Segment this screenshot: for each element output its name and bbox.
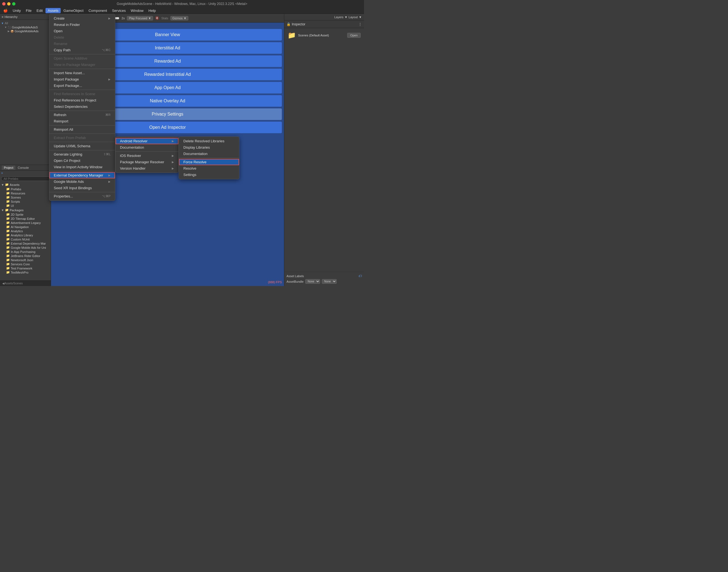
menu-gameobject[interactable]: GameObject bbox=[61, 8, 86, 13]
lock-icon[interactable]: 🔒 bbox=[287, 22, 291, 26]
ctx-export-package[interactable]: Export Package... bbox=[49, 82, 115, 89]
menu-unity[interactable]: Unity bbox=[10, 8, 23, 13]
proj-resources[interactable]: 📁 Resources bbox=[0, 191, 51, 195]
open-asset-button[interactable]: Open bbox=[347, 33, 361, 38]
play-focused-dropdown[interactable]: Play Focused ▼ bbox=[127, 16, 153, 20]
ctx-delete-resolved-libs[interactable]: Delete Resolved Libraries bbox=[179, 138, 239, 144]
pkg-advertisement[interactable]: 📁 Advertisement Legacy bbox=[0, 221, 51, 225]
ctx-pkg-mgr-resolver[interactable]: Package Manager Resolver ▶ bbox=[116, 159, 178, 165]
pkg-external-dep[interactable]: 📁 External Dependency Mar bbox=[0, 241, 51, 245]
project-tree: ▼ 📁 Assets 📁 Prefabs 📁 Resources 📁 Scene… bbox=[0, 182, 51, 275]
ctx-pkg-mgr-resolver-label: Package Manager Resolver bbox=[120, 160, 164, 164]
asset-bundle-select[interactable]: None bbox=[305, 279, 320, 284]
ctx-create[interactable]: Create ▶ bbox=[49, 15, 115, 21]
ctx-reimport-all[interactable]: Reimport All bbox=[49, 126, 115, 133]
proj-scenes[interactable]: 📁 Scenes bbox=[0, 195, 51, 199]
menu-assets[interactable]: Assets bbox=[46, 8, 61, 13]
folder-icon-2d-tilemap: 📁 bbox=[6, 217, 10, 220]
hierarchy-scene-item[interactable]: ▼ ⬛ GoogleMobileAdsS bbox=[0, 25, 51, 29]
pkg-services-core[interactable]: 📁 Services Core bbox=[0, 262, 51, 266]
ctx-import-package[interactable]: Import Package ▶ bbox=[49, 76, 115, 82]
ctx-google-mobile-ads[interactable]: Google Mobile Ads ▶ bbox=[49, 178, 115, 185]
pkg-2d-sprite[interactable]: 📁 2D Sprite bbox=[0, 212, 51, 216]
proj-ui[interactable]: 📁 UI bbox=[0, 204, 51, 208]
menu-component[interactable]: Component bbox=[86, 8, 109, 13]
maximize-button[interactable] bbox=[12, 2, 15, 5]
pkg-newtonsoft[interactable]: 📁 Newtonsoft Json bbox=[0, 258, 51, 262]
stats-label[interactable]: Stats bbox=[161, 16, 168, 20]
add-asset-button[interactable]: + bbox=[1, 171, 3, 175]
menu-help[interactable]: Help bbox=[146, 8, 158, 13]
ctx-ios-resolver[interactable]: iOS Resolver ▶ bbox=[116, 152, 178, 159]
ctx-copy-path[interactable]: Copy Path ⌥⌘C bbox=[49, 47, 115, 53]
layout-label[interactable]: Layout bbox=[349, 15, 358, 19]
ctx-external-dep-mgr[interactable]: External Dependency Manager ▶ bbox=[49, 172, 115, 178]
hierarchy-header: ≡ Hierarchy bbox=[0, 14, 51, 20]
ctx-generate-lighting[interactable]: Generate Lighting ⇧⌘L bbox=[49, 151, 115, 157]
proj-prefabs[interactable]: 📁 Prefabs bbox=[0, 187, 51, 191]
pkg-google-mobile-ads[interactable]: 📁 Google Mobile Ads for Uni bbox=[0, 245, 51, 249]
mute-icon[interactable]: 🔇 bbox=[155, 16, 159, 20]
close-button[interactable] bbox=[2, 2, 5, 5]
ctx-settings[interactable]: Settings bbox=[179, 171, 239, 178]
title-bar: GoogleMobileAdsScene - HelloWorld - Wind… bbox=[0, 0, 364, 8]
ctx-resolve[interactable]: Resolve bbox=[179, 165, 239, 171]
ctx-android-documentation[interactable]: Documentation bbox=[179, 151, 239, 157]
folder-icon-scenes: 📁 bbox=[6, 196, 10, 199]
ctx-open[interactable]: Open bbox=[49, 28, 115, 34]
packages-section[interactable]: ▼ 📁 Packages bbox=[0, 208, 51, 212]
asset-bundle-variant-select[interactable]: None bbox=[322, 279, 337, 284]
ctx-delete-resolved-libs-label: Delete Resolved Libraries bbox=[184, 139, 224, 143]
pkg-test-framework[interactable]: 📁 Test Framework bbox=[0, 266, 51, 270]
more-icon[interactable]: ⋮ bbox=[359, 22, 362, 26]
ctx-edm-documentation[interactable]: Documentation bbox=[116, 144, 178, 151]
pkg-ai-nav[interactable]: 📁 AI Navigation bbox=[0, 225, 51, 229]
pkg-2d-tilemap[interactable]: 📁 2D Tilemap Editor bbox=[0, 216, 51, 221]
ctx-refresh[interactable]: Refresh ⌘R bbox=[49, 112, 115, 118]
menu-window[interactable]: Window bbox=[129, 8, 146, 13]
ctx-reveal-finder-label: Reveal in Finder bbox=[54, 23, 80, 27]
pkg-analytics-lib[interactable]: 📁 Analytics Library bbox=[0, 233, 51, 237]
pkg-custom-nunit[interactable]: 📁 Custom NUnit bbox=[0, 237, 51, 241]
ctx-rename: Rename bbox=[49, 41, 115, 47]
ctx-delete: Delete bbox=[49, 34, 115, 41]
ctx-find-refs-project[interactable]: Find References In Project bbox=[49, 97, 115, 103]
ctx-open-csharp[interactable]: Open C# Project bbox=[49, 157, 115, 164]
ctx-select-deps[interactable]: Select Dependencies bbox=[49, 103, 115, 110]
tab-project[interactable]: Project bbox=[2, 165, 15, 170]
ctx-version-handler[interactable]: Version Handler ▶ bbox=[116, 165, 178, 171]
folder-icon-custom-nunit: 📁 bbox=[6, 237, 10, 241]
menu-bar: 🍎 Unity File Edit Assets GameObject Comp… bbox=[0, 8, 364, 14]
ctx-android-resolver[interactable]: Android Resolver ▶ bbox=[116, 138, 178, 144]
ctx-seed-xr[interactable]: Seed XR Input Bindings bbox=[49, 185, 115, 191]
search-input[interactable] bbox=[1, 176, 51, 181]
tab-console[interactable]: Console bbox=[15, 165, 31, 170]
menu-edit[interactable]: Edit bbox=[34, 8, 45, 13]
ctx-settings-label: Settings bbox=[184, 173, 196, 177]
asset-labels-icon[interactable]: 🏷 bbox=[359, 274, 362, 278]
pkg-in-app[interactable]: 📁 In App Purchasing bbox=[0, 249, 51, 254]
ctx-display-libraries[interactable]: Display Libraries bbox=[179, 144, 239, 151]
ctx-update-uxml[interactable]: Update UXML Schema bbox=[49, 143, 115, 149]
menu-services[interactable]: Services bbox=[110, 8, 128, 13]
ctx-view-import-activity[interactable]: View in Import Activity Window bbox=[49, 164, 115, 170]
layers-label[interactable]: Layers bbox=[334, 15, 343, 19]
ctx-force-resolve[interactable]: Force Resolve bbox=[179, 159, 239, 165]
ctx-import-new-asset[interactable]: Import New Asset... bbox=[49, 70, 115, 76]
scroll-left-icon[interactable]: ◀ bbox=[2, 282, 4, 285]
pkg-analytics[interactable]: 📁 Analytics bbox=[0, 229, 51, 233]
left-panel: ≡ Hierarchy ▼ All ▼ ⬛ GoogleMobileAdsS ▶… bbox=[0, 14, 51, 286]
ctx-reveal-finder[interactable]: Reveal in Finder bbox=[49, 21, 115, 28]
pkg-jetbrains[interactable]: 📁 JetBrains Rider Editor bbox=[0, 254, 51, 258]
proj-scripts[interactable]: 📁 Scripts bbox=[0, 199, 51, 204]
ctx-reimport[interactable]: Reimport bbox=[49, 118, 115, 124]
menu-file[interactable]: File bbox=[24, 8, 34, 13]
folder-icon-in-app: 📁 bbox=[6, 250, 10, 254]
ctx-properties[interactable]: Properties... ⌥⌘P bbox=[49, 193, 115, 199]
assets-section[interactable]: ▼ 📁 Assets bbox=[0, 182, 51, 187]
minimize-button[interactable] bbox=[7, 2, 10, 5]
pkg-textmeshpro[interactable]: 📁 TextMeshPro bbox=[0, 270, 51, 274]
hierarchy-object-item[interactable]: ▶ 📦 GoogleMobileAds bbox=[0, 29, 51, 33]
menu-apple[interactable]: 🍎 bbox=[1, 8, 10, 13]
gizmos-dropdown[interactable]: Gizmos ▼ bbox=[170, 16, 188, 20]
